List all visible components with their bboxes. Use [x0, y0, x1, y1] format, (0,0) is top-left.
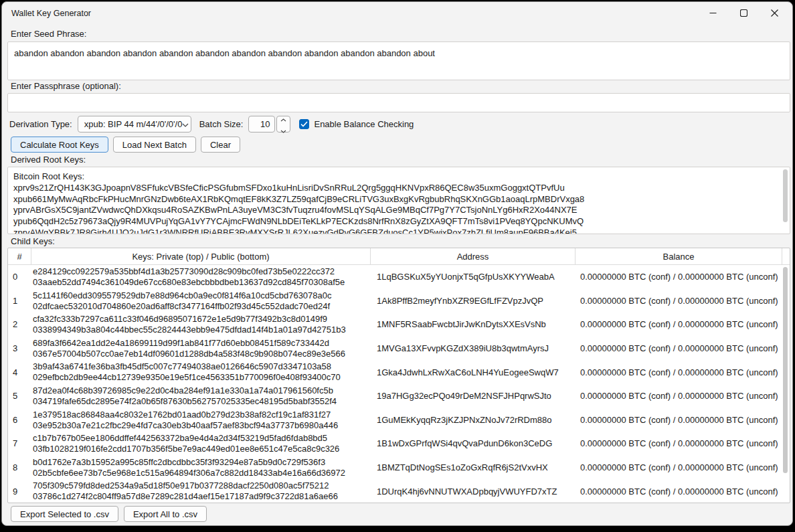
batch-size-label: Batch Size:: [199, 119, 244, 129]
root-keys-scrollbar[interactable]: [782, 169, 788, 233]
column-header-spacer: [782, 248, 790, 264]
balance: 0.00000000 BTC (conf) / 0.00000000 BTC (…: [575, 313, 782, 337]
keys-cell: 705f309c579fd8ded2534a9a5d18f50e917b0377…: [31, 479, 370, 503]
keys-cell: 1e379518ac86848aa4c8032e1762bd01aad0b279…: [31, 408, 370, 432]
enable-balance-label: Enable Balance Checking: [314, 119, 414, 129]
table-row[interactable]: 4 3b9af43a6741fe36ba3fb45df5c007c7749403…: [8, 360, 790, 384]
row-index: 2: [8, 313, 31, 337]
keys-cell: c1b7b767b05ee1806ddffef442563372ba9e4d4a…: [31, 432, 370, 456]
load-next-batch-button[interactable]: Load Next Batch: [113, 137, 196, 153]
seed-phrase-label: Enter Seed Phrase:: [11, 29, 86, 39]
table-row[interactable]: 7 c1b7b767b05ee1806ddffef442563372ba9e4d…: [8, 432, 790, 456]
export-buttons: Export Selected to .csv Export All to .c…: [11, 506, 207, 522]
keys-cell: b0d1762e7a3b15952a995c85ffc2dbcdbbc35f3f…: [31, 456, 370, 480]
table-scrollbar[interactable]: [782, 266, 789, 501]
seed-phrase-value: abandon abandon abandon abandon abandon …: [14, 48, 435, 58]
child-keys-table: # Keys: Private (top) / Public (bottom) …: [7, 248, 790, 503]
child-keys-body: 0 e284129cc0922579a535bbf4d1a3b25773090d…: [8, 265, 790, 503]
derivation-type-dropdown[interactable]: xpub: BIP 44 m/44'/0'/0'/0: [78, 116, 191, 132]
derivation-type-value: xpub: BIP 44 m/44'/0'/0'/0: [84, 119, 183, 129]
column-header-address[interactable]: Address: [370, 248, 575, 264]
scrollbar-thumb[interactable]: [783, 169, 788, 222]
spin-up-icon: [280, 114, 286, 124]
table-row[interactable]: 0 e284129cc0922579a535bbf4d1a3b25773090d…: [8, 265, 790, 289]
derivation-row: Derivation Type: xpub: BIP 44 m/44'/0'/0…: [9, 116, 414, 132]
public-key: 03786c1d274f2c804ff9a57d8e7289c281d4aef1…: [33, 491, 370, 502]
balance: 0.00000000 BTC (conf) / 0.00000000 BTC (…: [575, 456, 782, 480]
batch-size-stepper: 10: [248, 116, 290, 132]
seed-phrase-input[interactable]: abandon abandon abandon abandon abandon …: [7, 41, 790, 80]
private-key: e284129cc0922579a535bbf4d1a3b25773090d28…: [33, 266, 370, 277]
private-key: 3b9af43a6741fe36ba3fb45df5c007c77494038a…: [33, 361, 370, 372]
keys-cell: 5c1141f60edd3095579529db7e88d964cb0a9ec0…: [31, 289, 370, 313]
table-row[interactable]: 5 87d2ea0f4c68b39726985c9e22d0c4ba284ef9…: [8, 384, 790, 408]
scrollbar-thumb[interactable]: [783, 267, 788, 473]
balance: 0.00000000 BTC (conf) / 0.00000000 BTC (…: [575, 479, 782, 503]
public-key: 034719fafe65dc2895e74f2a0b65f87630b56275…: [33, 396, 370, 407]
column-header-index[interactable]: #: [8, 248, 31, 264]
export-selected-button[interactable]: Export Selected to .csv: [11, 506, 118, 522]
keys-cell: 87d2ea0f4c68b39726985c9e22d0c4ba284ef91a…: [31, 384, 370, 408]
titlebar[interactable]: Wallet Key Generator: [2, 2, 792, 25]
minimize-button[interactable]: [697, 2, 728, 25]
export-all-button[interactable]: Export All to .csv: [124, 506, 207, 522]
balance: 0.00000000 BTC (conf) / 0.00000000 BTC (…: [575, 360, 782, 384]
table-row[interactable]: 3 689fa3f6642ea1dd2e4a18699119d99f1ab841…: [8, 337, 790, 361]
address: 1BMZTqDtNogSEs1oZoGxRqfR6jS2tVxvHX: [370, 456, 575, 480]
private-key: 87d2ea0f4c68b39726985c9e22d0c4ba284ef91a…: [33, 385, 370, 396]
table-row[interactable]: 1 5c1141f60edd3095579529db7e88d964cb0a9e…: [8, 289, 790, 313]
root-keys-output[interactable]: Bitcoin Root Keys: xprv9s21ZrQH143K3GJpo…: [7, 167, 790, 234]
close-icon: [771, 9, 778, 19]
root-key-zprv: zprvAWgYBBk7JR8Gjrh4UJQ2uJdG1r3WNRRfURiA…: [13, 228, 784, 234]
table-header: # Keys: Private (top) / Public (bottom) …: [8, 248, 790, 265]
address: 1MVGa13XFvvpKGZdX389iU8b3qwtmAyrsJ: [370, 337, 575, 361]
public-key: 0367e57004b507cc0ae7eb14df09601d1288db4a…: [33, 349, 370, 359]
balance: 0.00000000 BTC (conf) / 0.00000000 BTC (…: [575, 384, 782, 408]
action-buttons: Calculate Root Keys Load Next Batch Clea…: [11, 137, 240, 153]
address: 1GuMEkKyqqRz3jKZJPNxZNoJv72rRDm88o: [370, 408, 575, 432]
root-key-xprv: xprv9s21ZrQH143K3GJpoapnV8SFfukcVBSfeCfi…: [13, 183, 784, 194]
public-key: 03fb1028219f016fe2cdd1707b356f5be7e9ac44…: [33, 444, 370, 454]
calculate-root-keys-button[interactable]: Calculate Root Keys: [11, 137, 108, 153]
row-index: 9: [8, 479, 31, 503]
column-header-keys[interactable]: Keys: Private (top) / Public (bottom): [31, 248, 370, 264]
balance: 0.00000000 BTC (conf) / 0.00000000 BTC (…: [575, 337, 782, 361]
table-row[interactable]: 9 705f309c579fd8ded2534a9a5d18f50e917b03…: [8, 479, 790, 503]
private-key: cfa32fc333b7297ca611c33f046d96895071672e…: [33, 314, 370, 325]
maximize-button[interactable]: [728, 2, 759, 25]
root-keys-heading: Bitcoin Root Keys:: [13, 171, 784, 183]
batch-size-spin-buttons[interactable]: [276, 116, 290, 132]
address: 1B1wDxGPrfqWSi4qvQvaPdunD6kon3CeDG: [370, 432, 575, 456]
row-index: 7: [8, 432, 31, 456]
public-key: 03aaeb52dd7494c361049de67cc680e83ebcbbbd…: [33, 277, 370, 288]
passphrase-label: Enter Passphrase (optional):: [11, 81, 121, 92]
row-index: 4: [8, 360, 31, 384]
row-index: 1: [8, 289, 31, 313]
table-row[interactable]: 2 cfa32fc333b7297ca611c33f046d9689507167…: [8, 313, 790, 337]
row-index: 3: [8, 337, 31, 361]
row-index: 0: [8, 265, 31, 289]
column-header-balance[interactable]: Balance: [575, 248, 782, 264]
address: 1MNF5RSaabFwcbtJirJwKnDytsXXEsVsNb: [370, 313, 575, 337]
private-key: c1b7b767b05ee1806ddffef442563372ba9e4d4a…: [33, 433, 370, 444]
address: 19a7HGg32ecPQo49rDeM2NSFJHPqrwSJto: [370, 384, 575, 408]
close-button[interactable]: [759, 2, 790, 25]
balance: 0.00000000 BTC (conf) / 0.00000000 BTC (…: [575, 432, 782, 456]
derived-root-keys-label: Derived Root Keys:: [11, 155, 86, 165]
public-key: 02b5cbfe6ee73b7c5e968e1c515a964894f306a7…: [33, 468, 370, 478]
address: 1DUrqK4hj6vNNUTWXADpbqyjVWUYFD7xTZ: [370, 479, 575, 503]
app-window: Wallet Key Generator Enter Seed Phrase: …: [1, 1, 793, 526]
chevron-down-icon: [182, 119, 189, 129]
row-index: 5: [8, 384, 31, 408]
balance: 0.00000000 BTC (conf) / 0.00000000 BTC (…: [575, 408, 782, 432]
child-keys-label: Child Keys:: [11, 236, 55, 247]
batch-size-input[interactable]: 10: [248, 116, 275, 132]
clear-button[interactable]: Clear: [201, 137, 240, 153]
passphrase-input[interactable]: [7, 93, 790, 112]
enable-balance-checkbox[interactable]: [299, 119, 309, 129]
root-key-yprv: yprvABrGsX5C9jantZVwdwcQhDXkqsu4RoSAZKBw…: [13, 205, 784, 216]
table-row[interactable]: 8 b0d1762e7a3b15952a995c85ffc2dbcdbbc35f…: [8, 456, 790, 480]
address: 1LqBGSKuX5yYUonjxT5qGfpUsXKYYWeabA: [370, 265, 575, 289]
table-row[interactable]: 6 1e379518ac86848aa4c8032e1762bd01aad0b2…: [8, 408, 790, 432]
keys-cell: cfa32fc333b7297ca611c33f046d96895071672e…: [31, 313, 370, 337]
